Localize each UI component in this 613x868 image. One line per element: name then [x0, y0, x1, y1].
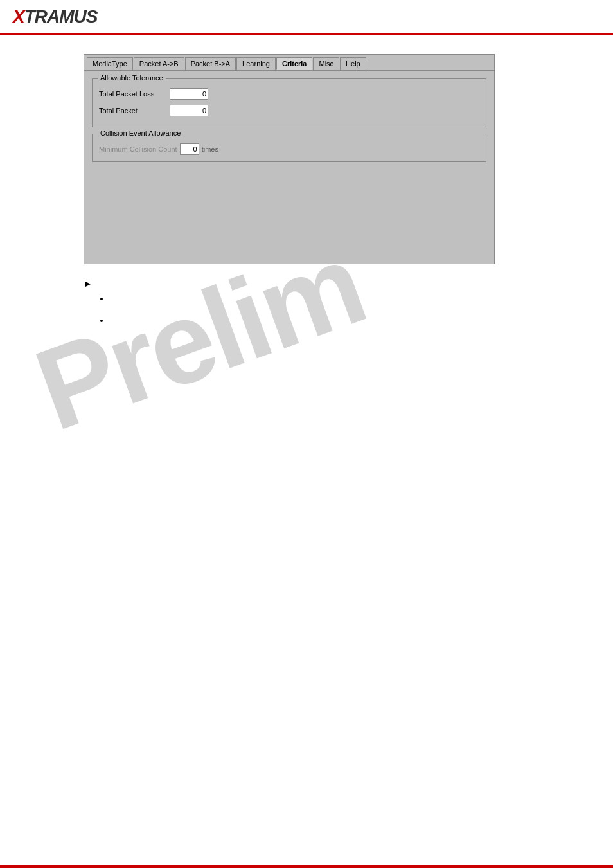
- bullet-list: [109, 294, 600, 325]
- below-panel: ►: [84, 264, 600, 325]
- bullet-item-1: [109, 294, 600, 303]
- arrow-item: ►: [84, 277, 600, 289]
- tab-panel: MediaType Packet A->B Packet B->A Learni…: [84, 54, 495, 264]
- arrow-icon: ►: [84, 278, 93, 289]
- tab-misc[interactable]: Misc: [313, 57, 339, 70]
- min-collision-input[interactable]: [180, 143, 199, 155]
- total-packet-loss-row: Total Packet Loss: [99, 88, 479, 100]
- collision-unit: times: [202, 145, 218, 153]
- tab-bar: MediaType Packet A->B Packet B->A Learni…: [84, 55, 494, 71]
- total-packet-row: Total Packet: [99, 105, 479, 116]
- bullet-item-2: [109, 316, 600, 325]
- total-packet-input[interactable]: [170, 105, 208, 116]
- tab-criteria[interactable]: Criteria: [276, 57, 313, 70]
- allowable-tolerance-title: Allowable Tolerance: [98, 74, 166, 82]
- total-packet-label: Total Packet: [99, 107, 170, 114]
- tab-learning[interactable]: Learning: [236, 57, 276, 70]
- tab-packet-ab[interactable]: Packet A->B: [134, 57, 184, 70]
- tab-help[interactable]: Help: [340, 57, 366, 70]
- criteria-tab-content: Allowable Tolerance Total Packet Loss To…: [84, 71, 494, 264]
- logo-x: X: [13, 6, 24, 26]
- total-packet-loss-label: Total Packet Loss: [99, 90, 170, 98]
- collision-event-group: Collision Event Allowance Minimum Collis…: [92, 134, 486, 162]
- total-packet-loss-input[interactable]: [170, 88, 208, 100]
- tab-mediatype[interactable]: MediaType: [87, 57, 133, 70]
- header: XTRAMUS: [0, 0, 613, 35]
- logo-tramus: TRAMUS: [24, 6, 98, 26]
- collision-event-title: Collision Event Allowance: [98, 129, 183, 137]
- tab-packet-ba[interactable]: Packet B->A: [185, 57, 236, 70]
- footer: [0, 865, 613, 868]
- min-collision-label: Minimum Collision Count: [99, 145, 177, 153]
- main-content: MediaType Packet A->B Packet B->A Learni…: [0, 35, 613, 350]
- min-collision-row: Minimum Collision Count times: [99, 143, 479, 155]
- logo: XTRAMUS: [13, 6, 97, 27]
- allowable-tolerance-group: Allowable Tolerance Total Packet Loss To…: [92, 78, 486, 127]
